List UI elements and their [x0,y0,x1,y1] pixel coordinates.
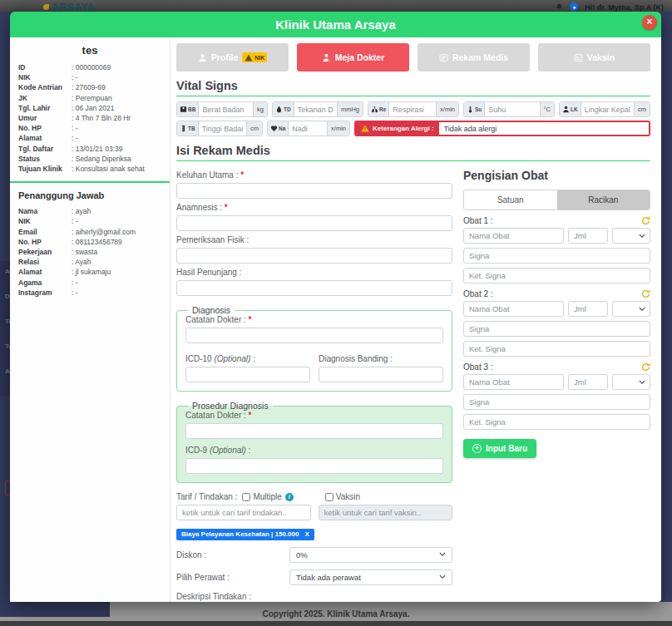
pemeriksaan-fisik-input[interactable] [176,248,452,264]
tarif-tindakan-row: Tarif / Tindakan : Multiple i Vaksin [176,492,452,501]
nadi-input[interactable] [289,121,327,136]
anamnesis-input[interactable] [176,215,452,231]
tab-rekam-medis[interactable]: Rekam Medis [418,43,530,71]
info-label: Alamat [18,267,72,277]
patient-row: Tgl. Lahir: 06 Jan 2021 [18,103,161,113]
icd9-label: ICD-9 (Optional) : [185,446,443,455]
tab-meja-dokter[interactable]: Meja Dokter [297,43,409,71]
info-label: Status [18,154,72,164]
close-icon[interactable]: × [642,15,657,30]
jml-input[interactable] [568,228,608,244]
suhu-input[interactable] [485,102,539,116]
signa-input[interactable] [463,248,650,264]
refresh-icon[interactable] [641,362,650,372]
jml-input[interactable] [568,301,608,317]
guardian-row: NIK: - [18,216,161,226]
multiple-checkbox[interactable] [242,493,250,501]
diskon-select[interactable]: 0% [289,547,452,563]
tekanan-darah-input[interactable] [294,102,337,116]
jml-input[interactable] [568,374,608,390]
icd9-input[interactable] [185,458,443,474]
form-columns: Keluhan Utama : * Anamnesis : * Pemeriks… [176,166,650,602]
info-label: ID [18,62,72,72]
bell-icon[interactable] [556,3,563,11]
heart-icon [270,125,278,132]
obat-label: Obat 3 : [463,362,493,372]
cari-tarif-vaksin-input [319,505,453,520]
ket-signa-input[interactable] [463,341,650,357]
nama-obat-input[interactable] [463,228,564,244]
nama-obat-input[interactable] [463,301,564,317]
refresh-icon[interactable] [641,289,650,298]
pengisian-obat-title: Pengisian Obat [463,169,650,182]
respirasi-input[interactable] [389,102,436,116]
info-value: : Sedang Diperiksa [72,154,161,164]
cari-tarif-tindakan-input[interactable] [176,505,311,520]
hasil-penunjang-input[interactable] [176,280,452,296]
info-value: : Perempuan [72,93,161,103]
satuan-obat-select[interactable] [612,301,650,317]
warning-icon [361,125,369,132]
respiration-field-group: Re x/min [368,101,459,117]
required-mark: * [240,170,244,180]
leaf-icon [43,4,49,10]
info-label: Nama [18,206,72,216]
allergy-field-group: Keterangan Alergi : [354,121,650,136]
berat-badan-input[interactable] [199,102,253,116]
info-value: : 081123456789 [72,237,161,247]
thermometer-icon [467,106,474,113]
pulse-field-group: Na x/min [267,121,350,136]
lingkar-kepala-input[interactable] [581,102,634,116]
ket-signa-input[interactable] [463,268,650,283]
perawat-select[interactable]: Tidak ada perawat [289,569,452,585]
tab-profile[interactable]: Profile NIK [176,43,289,71]
tab-racikan[interactable]: Racikan [557,190,650,209]
modal-body: tes ID: 000000069 NIK: - Kode Antrian: 2… [10,37,661,602]
nik-warning-badge: NIK [242,52,267,62]
vital-code: LK [571,106,578,112]
satuan-obat-select[interactable] [612,228,650,244]
guardian-row: Agama: - [18,278,161,288]
tab-vaksin[interactable]: Vaksin [538,43,650,71]
vaksin-checkbox[interactable] [325,493,334,501]
weight-prefix: BB [177,102,199,116]
info-value: : jl sukamaju [72,267,161,277]
prosedur-diagnosis-fieldset: Prosedur Diagnosis Catatan Dokter : * IC… [176,401,452,483]
user-greeting[interactable]: Hi! dr. Myrna, Sp.A (K) [585,3,664,12]
tab-satuan[interactable]: Satuan [464,190,557,209]
perawat-value: Tidak ada perawat [296,573,361,582]
blood-pressure-field-group: TD mmHg [272,101,363,117]
weight-field-group: BB kg [176,101,268,117]
info-value: : - [72,72,161,82]
signa-input[interactable] [463,321,650,337]
nama-obat-input[interactable] [463,374,564,390]
info-value: : 13/01/21 03:39 [72,144,161,154]
icd10-input[interactable] [185,367,310,382]
diagnosis-banding-input[interactable] [319,367,443,382]
prosedur-catatan-input[interactable] [185,423,443,439]
selected-tarif-row: Biaya Pelayanan Kesehatan | 150.000 X [176,525,452,540]
signa-input[interactable] [463,394,650,410]
required-mark: * [249,411,252,420]
icd10-field: ICD-10 (Optional) : [185,350,310,382]
ket-signa-input[interactable] [463,414,650,430]
input-baru-button[interactable]: + Input Baru [463,439,536,458]
required-mark: * [249,315,252,324]
remove-tarif-icon[interactable]: X [304,530,309,538]
info-label: No. HP [18,123,72,133]
keluhan-utama-input[interactable] [176,183,452,199]
temp-prefix: Su [464,102,485,116]
satuan-obat-select[interactable] [612,374,650,390]
guardian-row: Relasi: Ayah [18,257,161,267]
catatan-dokter-input[interactable] [185,328,443,343]
sidebar-bottom-fragment [0,600,110,617]
unit-label: cm [246,121,262,136]
info-icon[interactable]: i [285,493,294,501]
tinggi-badan-input[interactable] [199,121,246,136]
refresh-icon[interactable] [641,216,650,225]
user-avatar-icon[interactable]: ● [570,2,578,11]
keterangan-alergi-input[interactable] [439,122,650,135]
info-label: Instagram [18,288,72,298]
obat-tab-bar: Satuan Racikan [463,190,650,210]
info-value: : - [72,216,161,226]
